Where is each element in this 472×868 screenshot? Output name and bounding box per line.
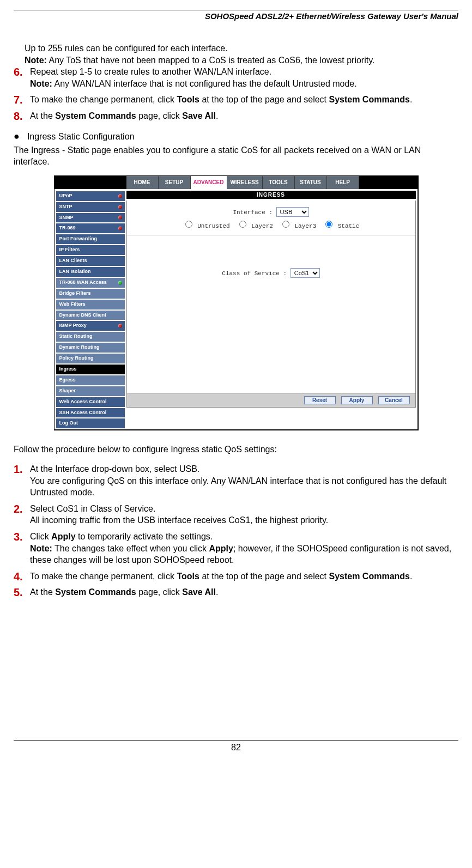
sidebar-item[interactable]: Port Forwarding: [56, 234, 125, 244]
interface-select[interactable]: USB: [276, 207, 309, 217]
sidebar-item[interactable]: Bridge Filters: [56, 289, 125, 299]
intro-line: Up to 255 rules can be configured for ea…: [25, 43, 458, 54]
tab-status[interactable]: STATUS: [295, 176, 327, 189]
sidebar-item[interactable]: TR-069: [56, 223, 125, 233]
tab-advanced[interactable]: ADVANCED: [191, 176, 227, 189]
step-item: 7.To make the change permanent, click To…: [14, 94, 458, 106]
section-heading: ●Ingress Static Configuration: [14, 131, 458, 142]
sidebar-item[interactable]: IGMP Proxy: [56, 321, 125, 331]
mode-radio-row: Untrusted Layer2 Layer3 Static: [127, 219, 415, 229]
step-item: 8.At the System Commands page, click Sav…: [14, 110, 458, 122]
sidebar-item[interactable]: Dynamic DNS Client: [56, 311, 125, 320]
radio-layer2[interactable]: [239, 221, 246, 228]
tab-setup[interactable]: SETUP: [159, 176, 191, 189]
status-dot-icon: [118, 227, 122, 230]
tab-help[interactable]: HELP: [327, 176, 359, 189]
status-dot-icon: [118, 216, 122, 220]
sidebar-item[interactable]: Static Routing: [56, 332, 125, 342]
step-number: 7.: [14, 93, 23, 107]
tab-tools[interactable]: TOOLS: [263, 176, 295, 189]
router-screenshot: HOMESETUPADVANCEDWIRELESSTOOLSSTATUSHELP…: [54, 175, 419, 431]
sidebar: UPnPSNTPSNMPTR-069Port ForwardingIP Filt…: [55, 189, 126, 430]
step-number: 4.: [14, 569, 23, 584]
step-number: 1.: [14, 462, 23, 477]
step-number: 8.: [14, 109, 23, 124]
sidebar-item[interactable]: Web Access Control: [56, 397, 125, 407]
sidebar-item[interactable]: SNTP: [56, 202, 125, 212]
page-number: 82: [14, 740, 458, 752]
sidebar-item[interactable]: SNMP: [56, 213, 125, 223]
radio-layer3[interactable]: [282, 221, 289, 228]
step-number: 3.: [14, 530, 23, 544]
sidebar-item[interactable]: IP Filters: [56, 245, 125, 255]
sidebar-item[interactable]: Shaper: [56, 386, 125, 396]
doc-header: SOHOSpeed ADSL2/2+ Ethernet/Wireless Gat…: [14, 11, 458, 21]
tab-home[interactable]: HOME: [126, 176, 159, 189]
top-nav: HOMESETUPADVANCEDWIRELESSTOOLSSTATUSHELP: [55, 176, 417, 189]
status-dot-icon: [118, 194, 122, 198]
cos-row: Class of Service : CoS1: [127, 268, 415, 278]
status-dot-icon: [118, 205, 122, 209]
interface-row: Interface : USB: [127, 207, 415, 217]
radio-untrusted[interactable]: [185, 221, 192, 228]
sidebar-item[interactable]: UPnP: [56, 191, 125, 201]
section-desc: The Ingress - Static page enables you to…: [14, 144, 458, 168]
sidebar-item[interactable]: Log Out: [56, 418, 125, 428]
radio-static[interactable]: [325, 221, 332, 228]
sidebar-item[interactable]: LAN Clients: [56, 256, 125, 266]
sidebar-item[interactable]: Policy Routing: [56, 354, 125, 363]
tab-wireless[interactable]: WIRELESS: [227, 176, 263, 189]
sidebar-item[interactable]: LAN Isolation: [56, 267, 125, 277]
status-dot-icon: [118, 324, 122, 328]
step-number: 6.: [14, 65, 23, 80]
step-item: 1.At the Interface drop-down box, select…: [14, 463, 458, 499]
status-dot-icon: [118, 281, 122, 284]
follow-text: Follow the procedure below to configure …: [14, 444, 458, 456]
sidebar-item[interactable]: Dynamic Routing: [56, 343, 125, 353]
step-item: 4.To make the change permanent, click To…: [14, 570, 458, 582]
step-number: 5.: [14, 585, 23, 600]
cancel-button[interactable]: Cancel: [378, 396, 410, 404]
button-bar: ResetApplyCancel: [127, 393, 415, 407]
step-item: 2.Select CoS1 in Class of Service.All in…: [14, 503, 458, 526]
bullet-icon: ●: [14, 131, 20, 142]
step-item: 6.Repeat step 1-5 to create rules to ano…: [14, 66, 458, 89]
intro-block: Up to 255 rules can be configured for ea…: [25, 43, 458, 66]
panel-title: INGRESS: [126, 191, 416, 199]
sidebar-item[interactable]: Web Filters: [56, 300, 125, 309]
step-number: 2.: [14, 502, 23, 517]
step-item: 5.At the System Commands page, click Sav…: [14, 586, 458, 598]
reset-button[interactable]: Reset: [304, 396, 336, 404]
sidebar-item[interactable]: Ingress: [56, 365, 125, 374]
sidebar-item[interactable]: Egress: [56, 375, 125, 385]
intro-note: Note: Any ToS that have not been mapped …: [25, 54, 458, 66]
sidebar-item[interactable]: SSH Access Control: [56, 408, 125, 418]
apply-button[interactable]: Apply: [341, 396, 373, 404]
cos-select[interactable]: CoS1: [291, 268, 320, 278]
sidebar-item[interactable]: TR-068 WAN Access: [56, 278, 125, 288]
step-item: 3.Click Apply to temporarily activate th…: [14, 531, 458, 566]
